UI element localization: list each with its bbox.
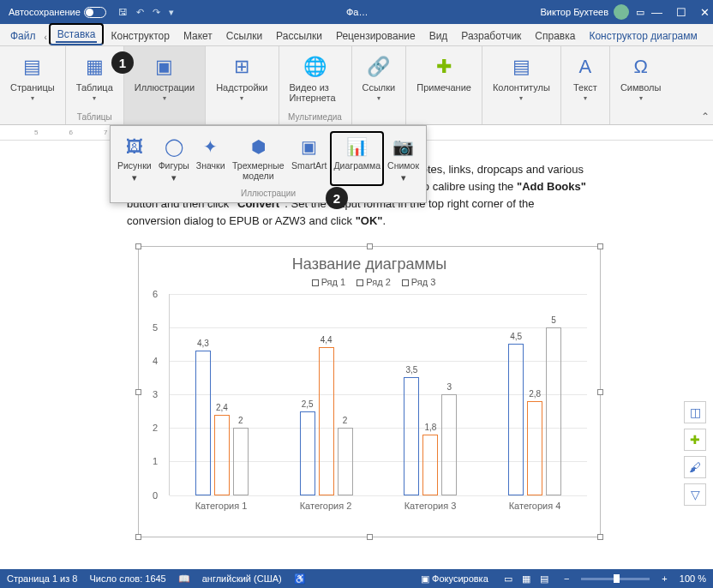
- collapse-ribbon-icon[interactable]: ⌃: [701, 111, 710, 123]
- chart-styles-button[interactable]: 🖌: [684, 456, 706, 478]
- shapes-button[interactable]: ◯Фигуры▾: [155, 131, 193, 186]
- spellcheck-icon[interactable]: 📖: [178, 573, 190, 585]
- tab-layout[interactable]: Макет: [177, 27, 219, 45]
- redo-icon[interactable]: ↷: [153, 7, 160, 18]
- tab-constructor[interactable]: Конструктор: [104, 27, 176, 45]
- chart-side-tools: ◫ ✚ 🖌 ▽: [684, 401, 706, 506]
- 3d-models-button[interactable]: ⬢Трехмерные модели: [229, 131, 289, 186]
- save-icon[interactable]: 🖫: [118, 7, 128, 18]
- page-indicator[interactable]: Страница 1 из 8: [7, 573, 77, 584]
- chart-filters-button[interactable]: ▽: [684, 483, 706, 506]
- view-buttons: ▭ ▦ ▤: [500, 573, 552, 585]
- cube-icon: ⬢: [246, 135, 270, 159]
- chart-title[interactable]: Название диаграммы: [139, 247, 600, 277]
- ribbon-options-icon[interactable]: ▭: [636, 7, 644, 18]
- smartart-icon: ▣: [297, 135, 321, 159]
- pictures-button[interactable]: 🖼Рисунки▾: [114, 131, 155, 186]
- textbox-icon: A: [572, 53, 599, 81]
- addins-button[interactable]: ⊞ Надстройки▾: [211, 50, 273, 105]
- chart-icon: 📊: [345, 135, 369, 159]
- tab-insert[interactable]: Вставка: [49, 23, 105, 45]
- tabs-chevron-left-icon[interactable]: ‹: [43, 29, 49, 45]
- tab-help[interactable]: Справка: [528, 27, 582, 45]
- group-addins: ⊞ Надстройки▾: [206, 46, 279, 124]
- zoom-level[interactable]: 100 %: [680, 573, 706, 584]
- zoom-out-icon[interactable]: −: [564, 573, 569, 584]
- icons-button[interactable]: ✦Значки: [193, 131, 229, 186]
- web-layout-icon[interactable]: ▤: [540, 573, 548, 584]
- chart-elements-button[interactable]: ✚: [684, 429, 706, 451]
- chart-object[interactable]: Название диаграммы Ряд 1 Ряд 2 Ряд 3 012…: [138, 246, 601, 537]
- print-layout-icon[interactable]: ▦: [522, 573, 530, 584]
- group-header: ▤ Колонтитулы▾: [482, 46, 561, 124]
- resize-handle[interactable]: [597, 389, 603, 395]
- toggle-switch[interactable]: [84, 7, 106, 18]
- smartart-button[interactable]: ▣SmartArt: [288, 131, 330, 186]
- user-name: Виктор Бухтеев: [541, 7, 608, 17]
- title-bar: Автосохранение 🖫 ↶ ↷ ▾ Фа… Виктор Бухтее…: [0, 0, 713, 24]
- ribbon-tabs: Файл ‹ Вставка Конструктор Макет Ссылки …: [0, 24, 713, 46]
- globe-icon: 🌐: [302, 53, 329, 81]
- quick-access-toolbar: 🖫 ↶ ↷ ▾: [118, 7, 174, 18]
- group-pages: ▤ Страницы▾: [0, 46, 66, 124]
- chart-x-axis: Категория 1Категория 2Категория 3Категор…: [169, 501, 587, 511]
- resize-handle[interactable]: [135, 243, 141, 249]
- resize-handle[interactable]: [135, 534, 141, 540]
- paragraph: ndnotes, links, dropcaps and various: [403, 161, 653, 178]
- tab-developer[interactable]: Разработчик: [454, 27, 528, 45]
- screenshot-button[interactable]: 📷Снимок▾: [384, 131, 422, 186]
- resize-handle[interactable]: [597, 534, 603, 540]
- resize-handle[interactable]: [367, 534, 373, 540]
- user-area[interactable]: Виктор Бухтеев: [541, 4, 629, 20]
- chart-plot-area[interactable]: 01234564,32,422,54,423,51,834,52,85: [169, 294, 587, 495]
- tab-review[interactable]: Рецензирование: [329, 27, 422, 45]
- accessibility-icon[interactable]: ♿: [294, 573, 306, 585]
- language-indicator[interactable]: английский (США): [202, 573, 282, 584]
- resize-handle[interactable]: [135, 389, 141, 395]
- addins-icon: ⊞: [228, 53, 255, 81]
- doc-title: Фа…: [174, 7, 541, 17]
- comment-button[interactable]: ✚ Примечание: [411, 50, 476, 96]
- symbols-button[interactable]: Ω Символы▾: [615, 50, 667, 105]
- paragraph: conversion dialog to EPUB or AZW3 and cl…: [127, 213, 653, 230]
- zoom-slider[interactable]: [581, 578, 650, 580]
- word-count[interactable]: Число слов: 1645: [89, 573, 165, 584]
- group-text: A Текст▾: [561, 46, 610, 124]
- video-button[interactable]: 🌐 Видео из Интернета: [285, 50, 346, 106]
- illustrations-button[interactable]: ▣ Иллюстрации▾: [129, 50, 200, 105]
- close-icon[interactable]: ✕: [700, 6, 710, 19]
- tab-chart-design[interactable]: Конструктор диаграмм: [582, 27, 704, 45]
- legend-swatch: [402, 279, 409, 286]
- tab-references[interactable]: Ссылки: [219, 27, 269, 45]
- chart-button[interactable]: 📊Диаграмма: [330, 131, 384, 186]
- pages-icon: ▤: [19, 53, 46, 81]
- chart-legend[interactable]: Ряд 1 Ряд 2 Ряд 3: [139, 277, 600, 294]
- camera-icon: 📷: [392, 135, 416, 159]
- undo-icon[interactable]: ↶: [136, 7, 144, 18]
- table-button[interactable]: ▦ Таблица▾: [71, 50, 118, 105]
- header-footer-button[interactable]: ▤ Колонтитулы▾: [488, 50, 555, 105]
- tab-view[interactable]: Вид: [422, 27, 455, 45]
- link-icon: 🔗: [365, 53, 392, 81]
- tab-mailings[interactable]: Рассылки: [269, 27, 329, 45]
- tables-group-label: Таблицы: [77, 111, 112, 123]
- pages-button[interactable]: ▤ Страницы▾: [5, 50, 60, 105]
- read-mode-icon[interactable]: ▭: [504, 573, 512, 584]
- comment-icon: ✚: [430, 53, 458, 81]
- links-button[interactable]: 🔗 Ссылки▾: [357, 50, 401, 105]
- layout-options-button[interactable]: ◫: [684, 401, 706, 423]
- focus-mode-button[interactable]: ▣ Фокусировка: [421, 573, 488, 585]
- callout-1-badge: 1: [111, 51, 134, 74]
- resize-handle[interactable]: [597, 243, 603, 249]
- minimize-icon[interactable]: —: [651, 6, 662, 19]
- maximize-icon[interactable]: ☐: [676, 6, 686, 19]
- autosave-toggle[interactable]: Автосохранение: [9, 7, 106, 18]
- document-area[interactable]: ndnotes, links, dropcaps and various fil…: [0, 141, 713, 569]
- tab-file[interactable]: Файл: [3, 27, 43, 45]
- text-button[interactable]: A Текст▾: [566, 50, 604, 105]
- group-illustrations[interactable]: ▣ Иллюстрации▾: [124, 46, 206, 124]
- resize-handle[interactable]: [367, 243, 373, 249]
- header-icon: ▤: [507, 53, 535, 81]
- picture-icon: 🖼: [123, 135, 147, 159]
- zoom-in-icon[interactable]: +: [662, 573, 667, 584]
